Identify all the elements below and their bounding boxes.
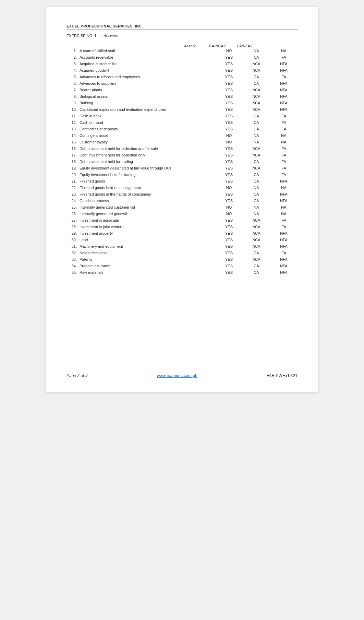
table-row: 18. Debt investment held for trading YES… xyxy=(66,160,298,166)
row-values: NO NA NA xyxy=(215,49,298,53)
row-asset: YES xyxy=(215,114,243,118)
row-label: Notes receivable xyxy=(80,251,215,255)
row-asset: NO xyxy=(215,49,243,53)
row-ca-nca: NCA xyxy=(243,62,270,66)
row-ca-nca: NA xyxy=(243,133,270,138)
answers-table: Asset? CA/NCA? FA/NFA? 1. A team of skil… xyxy=(66,44,298,277)
row-fa-nfa: NFA xyxy=(270,179,298,183)
row-ca-nca: CA xyxy=(243,199,270,203)
row-asset: YES xyxy=(215,173,243,177)
row-values: YES CA NFA xyxy=(215,179,298,183)
row-label: Investment in joint venture xyxy=(80,225,215,229)
row-label: Debt investment held for collection and … xyxy=(80,147,215,151)
col-header-asset: Asset? xyxy=(176,44,204,48)
row-asset: YES xyxy=(215,225,243,229)
footer-code: FAR.PWEx10.21 xyxy=(267,373,298,378)
row-ca-nca: NCA xyxy=(243,257,270,261)
row-asset: YES xyxy=(215,101,243,105)
row-number: 23. xyxy=(66,192,80,196)
row-asset: YES xyxy=(215,88,243,92)
table-row: 30. Land YES NCA NFA xyxy=(66,238,298,244)
row-values: YES NCA FA xyxy=(215,166,298,170)
row-values: YES CA FA xyxy=(215,75,298,79)
row-asset: YES xyxy=(215,166,243,170)
row-number: 31. xyxy=(66,244,80,248)
row-label: Land xyxy=(80,238,215,242)
table-row: 2. Accounts receivable YES CA FA xyxy=(66,55,298,61)
row-fa-nfa: FA xyxy=(270,75,298,79)
row-values: YES NCA NFA xyxy=(215,107,298,112)
row-values: YES NCA FA xyxy=(215,225,298,229)
row-fa-nfa: NFA xyxy=(270,231,298,235)
table-row: 4. Acquired goodwill YES NCA NFA xyxy=(66,68,298,74)
row-number: 20. xyxy=(66,173,80,177)
row-asset: NO xyxy=(215,205,243,209)
table-row: 5. Advances to officers and employees YE… xyxy=(66,75,298,81)
row-values: YES NCA NFA xyxy=(215,238,298,242)
row-fa-nfa: NFA xyxy=(270,101,298,105)
table-row: 24. Goods in process YES CA NFA xyxy=(66,199,298,205)
row-label: Raw materials xyxy=(80,270,215,274)
row-fa-nfa: FA xyxy=(270,225,298,229)
header-divider xyxy=(66,30,298,30)
row-values: NO NA NA xyxy=(215,205,298,209)
table-row: 34. Prepaid insurance YES CA NFA xyxy=(66,264,298,270)
row-number: 11. xyxy=(66,114,80,118)
exercise-subtitle: – Answers xyxy=(101,34,118,38)
row-fa-nfa: NFA xyxy=(270,62,298,66)
row-fa-nfa: NFA xyxy=(270,199,298,203)
row-asset: NO xyxy=(215,140,243,144)
company-name: EXCEL PROFESSIONAL SERVICES, INC. xyxy=(66,24,298,28)
row-values: YES CA FA xyxy=(215,120,298,125)
row-asset: YES xyxy=(215,270,243,274)
exercise-header: EXERCISE NO. 1 – Answers xyxy=(66,34,298,38)
row-values: YES CA FA xyxy=(215,114,298,118)
row-values: YES CA NFA xyxy=(215,270,298,274)
row-asset: YES xyxy=(215,179,243,183)
row-fa-nfa: NFA xyxy=(270,244,298,248)
row-ca-nca: NCA xyxy=(243,238,270,242)
row-number: 18. xyxy=(66,160,80,164)
row-label: Accounts receivable xyxy=(80,55,215,59)
row-ca-nca: CA xyxy=(243,179,270,183)
row-fa-nfa: FA xyxy=(270,160,298,164)
row-number: 34. xyxy=(66,264,80,268)
row-asset: YES xyxy=(215,231,243,235)
row-label: Finished goods held on consignment xyxy=(80,186,215,190)
row-label: Biological assets xyxy=(80,94,215,98)
row-label: Prepaid insurance xyxy=(80,264,215,268)
row-asset: NO xyxy=(215,133,243,138)
row-ca-nca: NCA xyxy=(243,147,270,151)
row-values: YES NCA FA xyxy=(215,218,298,222)
row-fa-nfa: NFA xyxy=(270,88,298,92)
row-asset: YES xyxy=(215,257,243,261)
row-number: 24. xyxy=(66,199,80,203)
table-row: 9. Building YES NCA NFA xyxy=(66,101,298,107)
row-number: 14. xyxy=(66,133,80,138)
row-values: NO NA NA xyxy=(215,212,298,216)
row-values: YES CA FA xyxy=(215,160,298,164)
row-number: 3. xyxy=(66,62,80,66)
row-fa-nfa: FA xyxy=(270,218,298,222)
row-label: Advances to suppliers xyxy=(80,81,215,85)
table-row: 31. Machinery and equipment YES NCA NFA xyxy=(66,244,298,250)
table-row: 7. Bearer plants YES NCA NFA xyxy=(66,88,298,94)
row-ca-nca: NCA xyxy=(243,225,270,229)
row-label: A team of skilled staff xyxy=(80,49,215,53)
row-values: NO NA NA xyxy=(215,133,298,138)
row-ca-nca: CA xyxy=(243,251,270,255)
row-fa-nfa: FA xyxy=(270,127,298,131)
row-fa-nfa: NFA xyxy=(270,264,298,268)
row-number: 33. xyxy=(66,257,80,261)
row-values: YES NCA NFA xyxy=(215,257,298,261)
row-values: YES NCA NFA xyxy=(215,94,298,98)
row-label: Equity investment designated at fair val… xyxy=(80,166,215,170)
row-ca-nca: NCA xyxy=(243,68,270,72)
row-asset: YES xyxy=(215,81,243,85)
row-label: Debt investment held for trading xyxy=(80,160,215,164)
footer-page: Page 2 of 9 xyxy=(66,373,87,378)
row-asset: YES xyxy=(215,160,243,164)
table-row: 16. Debt investment held for collection … xyxy=(66,147,298,153)
row-label: Capitalized exploration and evaluation e… xyxy=(80,107,215,112)
row-asset: YES xyxy=(215,147,243,151)
